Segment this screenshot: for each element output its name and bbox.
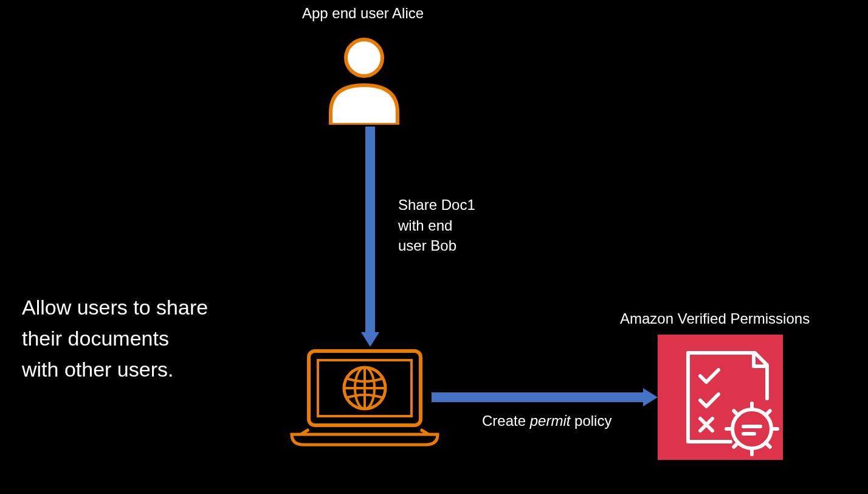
svg-marker-12 [643,388,658,406]
permit-word: permit [530,412,571,429]
svg-rect-11 [432,392,644,402]
arrow-down [361,127,379,349]
arrow-right [432,388,658,409]
arrow-right-label: Create permit policy [482,412,611,430]
create-prefix: Create [482,412,530,429]
svg-point-0 [346,40,382,76]
user-label: App end user Alice [302,5,424,22]
avp-label: Amazon Verified Permissions [620,310,810,327]
svg-rect-1 [365,127,375,333]
user-icon [319,33,410,127]
main-description: Allow users to sharetheir documentswith … [22,292,208,385]
avp-service-icon [658,335,783,462]
policy-suffix: policy [570,412,611,429]
arrow-down-label: Share Doc1 with end user Bob Share Doc1w… [398,195,475,256]
laptop-globe-icon [289,349,441,449]
svg-marker-2 [361,332,379,347]
